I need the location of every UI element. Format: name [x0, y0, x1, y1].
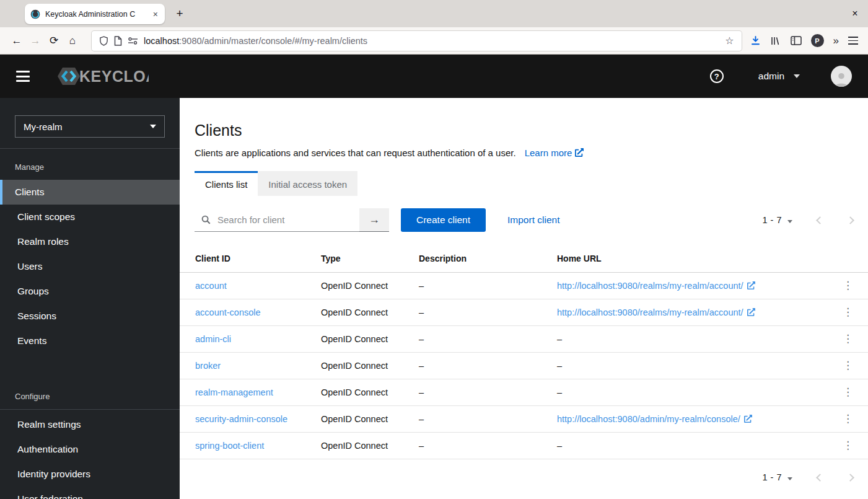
sidebar-toggle-icon[interactable]: [791, 36, 802, 45]
help-icon[interactable]: ?: [710, 69, 724, 83]
clients-table-body: accountOpenID Connect–http://localhost:9…: [180, 273, 868, 459]
sidebar-item-users[interactable]: Users: [0, 254, 180, 279]
firefox-menu-icon[interactable]: [848, 37, 858, 44]
col-type: Type: [316, 247, 414, 273]
external-link-icon: [747, 308, 755, 316]
chevron-right-icon: [846, 216, 854, 224]
sidebar-item-identity-providers[interactable]: Identity providers: [0, 462, 180, 487]
tab-clients-list[interactable]: Clients list: [195, 171, 258, 196]
page-title: Clients: [195, 121, 853, 139]
nav-toggle-icon[interactable]: [16, 71, 30, 82]
create-client-button[interactable]: Create client: [401, 208, 486, 232]
kebab-menu-icon[interactable]: ⋮: [839, 439, 857, 452]
chevron-down-icon: [794, 74, 800, 78]
kebab-menu-icon[interactable]: ⋮: [839, 386, 857, 399]
client-description: –: [414, 433, 552, 459]
search-submit-button[interactable]: →: [359, 208, 389, 232]
home-url-empty: –: [552, 433, 832, 459]
table-row: security-admin-consoleOpenID Connect–htt…: [180, 406, 868, 433]
client-description: –: [414, 299, 552, 326]
prev-page-button: [817, 475, 823, 480]
nav-section-label: Manage: [0, 149, 180, 180]
keycloak-logo[interactable]: KEYCLOAK: [52, 66, 149, 87]
sidebar-item-user-federation[interactable]: User federation: [0, 487, 180, 499]
reload-icon[interactable]: ⟳: [45, 32, 63, 50]
kebab-menu-icon[interactable]: ⋮: [839, 412, 857, 425]
sidebar-item-realm-settings[interactable]: Realm settings: [0, 412, 180, 437]
client-id-link[interactable]: account-console: [195, 307, 261, 317]
url-bar[interactable]: localhost:9080/admin/master/console/#/my…: [92, 31, 742, 51]
browser-tab[interactable]: Keycloak Administration C ×: [25, 4, 165, 24]
realm-selector-value: My-realm: [24, 121, 63, 132]
client-type: OpenID Connect: [316, 353, 414, 379]
chevron-left-icon: [816, 216, 824, 224]
main-content: Clients Clients are applications and ser…: [180, 98, 868, 499]
sidebar-item-authentication[interactable]: Authentication: [0, 437, 180, 462]
tab-close-icon[interactable]: ×: [152, 9, 159, 20]
home-url-link[interactable]: http://localhost:9080/realms/my-realm/ac…: [557, 307, 755, 317]
sidebar-item-clients[interactable]: Clients: [0, 180, 180, 205]
table-row: accountOpenID Connect–http://localhost:9…: [180, 273, 868, 299]
new-tab-button[interactable]: +: [171, 6, 188, 22]
col-actions: [832, 247, 868, 273]
client-type: OpenID Connect: [316, 433, 414, 459]
client-id-link[interactable]: realm-management: [195, 387, 273, 397]
client-id-link[interactable]: account: [195, 281, 227, 291]
back-icon[interactable]: ←: [7, 32, 26, 50]
external-link-icon: [575, 148, 584, 157]
realm-selector[interactable]: My-realm: [15, 115, 165, 138]
client-id-link[interactable]: admin-cli: [195, 334, 231, 344]
sidebar-item-realm-roles[interactable]: Realm roles: [0, 229, 180, 254]
pagination-options-toggle[interactable]: [787, 214, 792, 226]
client-id-link[interactable]: spring-boot-client: [195, 441, 264, 451]
avatar[interactable]: [831, 66, 852, 87]
sidebar-item-events[interactable]: Events: [0, 329, 180, 353]
overflow-menu-icon[interactable]: »: [833, 35, 839, 47]
svg-text:KEYCLOAK: KEYCLOAK: [79, 68, 149, 85]
url-text[interactable]: localhost:9080/admin/master/console/#/my…: [144, 36, 719, 46]
client-id-link[interactable]: broker: [195, 361, 221, 371]
home-icon[interactable]: ⌂: [63, 32, 82, 50]
home-url-link[interactable]: http://localhost:9080/admin/my-realm/con…: [557, 414, 752, 424]
chevron-down-icon: [150, 125, 156, 128]
prev-page-button: [817, 218, 823, 223]
url-path: :9080/admin/master/console/#/my-realm/cl…: [179, 36, 367, 46]
window-close-icon[interactable]: ×: [848, 7, 862, 20]
client-id-link[interactable]: security-admin-console: [195, 414, 287, 424]
permissions-icon[interactable]: [128, 37, 138, 45]
favicon-keycloak-icon: [30, 9, 40, 19]
table-header-row: Client ID Type Description Home URL: [180, 247, 868, 273]
kebab-menu-icon[interactable]: ⋮: [839, 279, 857, 292]
learn-more-label: Learn more: [525, 148, 572, 158]
library-icon[interactable]: [770, 36, 781, 46]
sidebar-item-sessions[interactable]: Sessions: [0, 304, 180, 329]
pagination-bottom: 1 - 7: [762, 472, 853, 483]
url-host: localhost: [144, 36, 179, 46]
import-client-link[interactable]: Import client: [507, 214, 559, 226]
browser-tab-strip: Keycloak Administration C × + ×: [0, 0, 868, 27]
pagination-options-toggle[interactable]: [787, 472, 792, 483]
kebab-menu-icon[interactable]: ⋮: [839, 306, 857, 319]
search-input[interactable]: [216, 214, 353, 226]
page-info-icon[interactable]: [114, 36, 122, 46]
client-type: OpenID Connect: [316, 379, 414, 406]
clients-table: Client ID Type Description Home URL acco…: [180, 247, 868, 459]
extension-p-icon[interactable]: P: [811, 34, 824, 47]
kebab-menu-icon[interactable]: ⋮: [839, 332, 857, 345]
shield-icon[interactable]: [99, 36, 108, 46]
kebab-menu-icon[interactable]: ⋮: [839, 359, 857, 372]
sidebar-item-client-scopes[interactable]: Client scopes: [0, 205, 180, 229]
sidebar-item-groups[interactable]: Groups: [0, 279, 180, 304]
bookmark-star-icon[interactable]: ☆: [725, 35, 734, 46]
browser-tab-title: Keycloak Administration C: [45, 10, 147, 19]
downloads-icon[interactable]: [750, 35, 761, 46]
divider: [0, 409, 180, 410]
table-row: realm-managementOpenID Connect––⋮: [180, 379, 868, 406]
home-url-empty: –: [552, 379, 832, 406]
tab-initial-access-token[interactable]: Initial access token: [258, 171, 357, 196]
learn-more-link[interactable]: Learn more: [525, 148, 584, 158]
home-url-link[interactable]: http://localhost:9080/realms/my-realm/ac…: [557, 281, 755, 291]
user-menu[interactable]: admin: [758, 71, 800, 82]
client-description: –: [414, 406, 552, 433]
pagination-bottom-wrap: 1 - 7: [180, 459, 868, 483]
